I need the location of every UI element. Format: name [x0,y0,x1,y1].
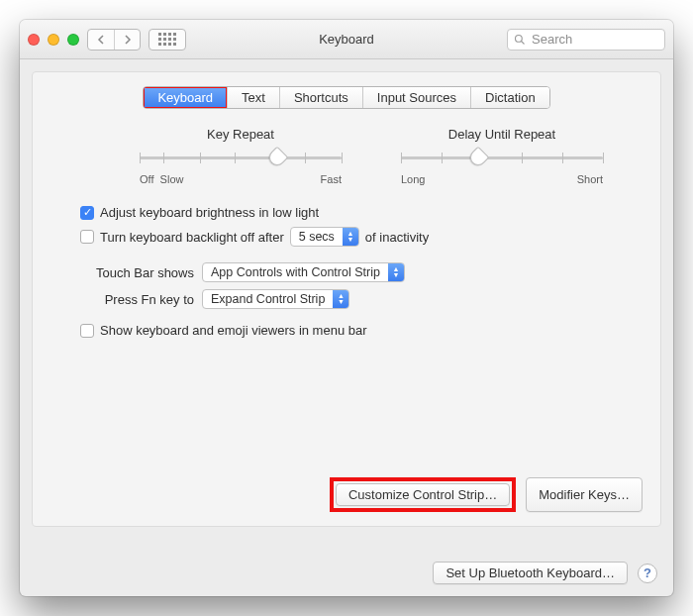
search-input[interactable]: Search [507,29,665,51]
forward-button[interactable] [114,30,140,50]
delay-short-label: Short [577,173,603,185]
chevron-updown-icon: ▲▼ [388,263,404,281]
back-button[interactable] [88,30,114,50]
modifier-keys-button[interactable]: Modifier Keys… [526,477,643,512]
titlebar: Keyboard Search [20,20,673,59]
svg-point-0 [516,35,523,42]
key-repeat-fast-label: Fast [321,173,342,185]
delay-title: Delay Until Repeat [401,127,603,142]
tab-shortcuts[interactable]: Shortcuts [279,87,362,108]
chevron-right-icon [124,35,132,45]
key-repeat-track[interactable] [140,148,342,171]
search-icon [514,34,526,46]
settings-panel: Keyboard Text Shortcuts Input Sources Di… [32,71,661,527]
checkbox-viewers[interactable] [80,324,94,338]
chevron-updown-icon: ▲▼ [333,290,348,308]
label-fn: Press Fn key to [80,292,194,307]
zoom-icon[interactable] [67,34,79,46]
options-rows: ✓ Adjust keyboard brightness in low ligh… [80,205,643,338]
help-button[interactable]: ? [638,564,657,583]
key-repeat-title: Key Repeat [140,127,342,142]
traffic-lights [28,34,79,46]
tab-dictation[interactable]: Dictation [470,87,549,108]
tab-input-sources[interactable]: Input Sources [362,87,470,108]
label-backlight-a: Turn keyboard backlight off after [100,230,284,245]
preferences-window: Keyboard Search Keyboard Text Shortcuts … [20,20,673,596]
select-touchbar-shows[interactable]: App Controls with Control Strip ▲▼ [202,262,405,282]
window-footer: Set Up Bluetooth Keyboard… ? [433,562,657,584]
label-backlight-b: of inactivity [365,230,429,245]
checkbox-backlight[interactable] [80,230,94,244]
key-repeat-slow-label: Slow [160,173,184,185]
sliders-row: Key Repeat Off Slow Fast [140,127,603,185]
search-placeholder: Search [532,32,572,47]
tabs: Keyboard Text Shortcuts Input Sources Di… [143,86,549,109]
key-repeat-off-label: Off [140,173,153,185]
grid-icon [158,33,176,46]
label-brightness: Adjust keyboard brightness in low light [100,205,319,220]
key-repeat-slider: Key Repeat Off Slow Fast [140,127,342,185]
nav-back-forward [87,29,141,51]
minimize-icon[interactable] [48,34,59,46]
delay-track[interactable] [401,148,603,171]
close-icon[interactable] [28,34,40,46]
select-backlight-delay-value: 5 secs [299,230,335,244]
content-area: Keyboard Text Shortcuts Input Sources Di… [20,59,673,539]
checkbox-brightness[interactable]: ✓ [80,206,94,220]
select-backlight-delay[interactable]: 5 secs ▲▼ [290,227,359,247]
tab-keyboard[interactable]: Keyboard [144,87,227,108]
tab-text[interactable]: Text [227,87,279,108]
show-all-button[interactable] [148,29,186,51]
delay-slider: Delay Until Repeat Long Short [401,127,603,185]
customize-control-strip-button[interactable]: Customize Control Strip… [336,483,510,506]
chevron-updown-icon: ▲▼ [343,228,358,246]
chevron-left-icon [97,35,105,45]
select-touchbar-value: App Controls with Control Strip [211,265,380,279]
label-viewers: Show keyboard and emoji viewers in menu … [100,323,367,338]
label-touchbar: Touch Bar shows [80,265,194,280]
delay-long-label: Long [401,173,425,185]
select-fn-key[interactable]: Expand Control Strip ▲▼ [202,289,349,309]
svg-line-1 [522,41,525,44]
panel-buttons: Customize Control Strip… Modifier Keys… [330,477,643,512]
select-fn-value: Expand Control Strip [211,292,325,306]
bluetooth-keyboard-button[interactable]: Set Up Bluetooth Keyboard… [433,562,628,584]
